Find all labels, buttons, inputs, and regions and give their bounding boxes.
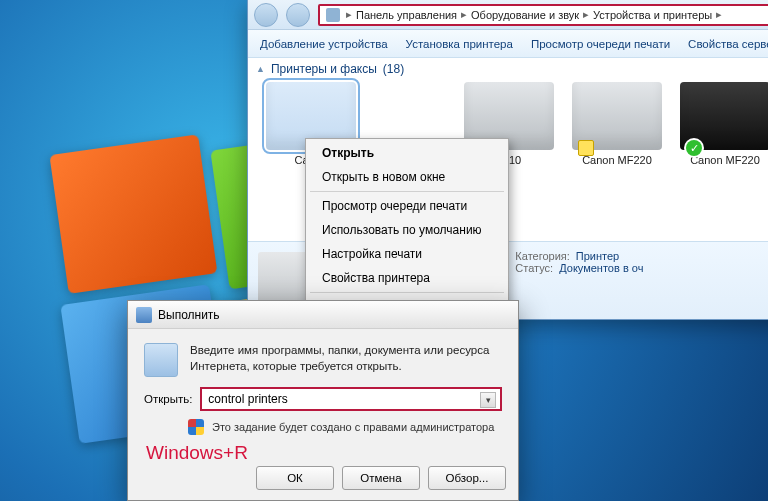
run-dialog: Выполнить Введите имя программы, папки, … <box>127 300 519 501</box>
detail-value: Принтер <box>576 250 619 262</box>
cancel-button[interactable]: Отмена <box>342 466 420 490</box>
nav-forward-button[interactable] <box>286 3 310 27</box>
annotation-hotkey: Windows+R <box>146 442 248 464</box>
browse-button[interactable]: Обзор... <box>428 466 506 490</box>
titlebar: ▸ Панель управления ▸ Оборудование и зву… <box>248 0 768 30</box>
menu-open-new-window[interactable]: Открыть в новом окне <box>306 165 508 189</box>
cmd-server-props[interactable]: Свойства сервера печат <box>688 38 768 50</box>
cmd-view-queue[interactable]: Просмотр очереди печати <box>531 38 670 50</box>
cmd-add-printer[interactable]: Установка принтера <box>406 38 513 50</box>
menu-printer-properties[interactable]: Свойства принтера <box>306 266 508 290</box>
detail-value: Документов в оч <box>559 262 643 274</box>
control-panel-icon <box>326 8 340 22</box>
run-large-icon <box>144 343 178 377</box>
default-check-icon: ✓ <box>686 140 702 156</box>
open-input[interactable]: control printers ▾ <box>200 387 502 411</box>
command-bar: Добавление устройства Установка принтера… <box>248 30 768 58</box>
expand-icon: ▲ <box>256 64 265 74</box>
uac-shield-icon <box>188 419 204 435</box>
admin-note: Это задание будет создано с правами адми… <box>212 421 494 433</box>
breadcrumb-item[interactable]: Устройства и принтеры <box>593 9 712 21</box>
menu-set-default[interactable]: Использовать по умолчанию <box>306 218 508 242</box>
warning-badge-icon <box>578 140 594 156</box>
breadcrumb-item[interactable]: Оборудование и звук <box>471 9 579 21</box>
group-count: (18) <box>383 62 404 76</box>
open-value: control printers <box>208 392 287 406</box>
breadcrumb-item[interactable]: Панель управления <box>356 9 457 21</box>
detail-key: Статус: <box>515 262 553 274</box>
printer-item[interactable]: Canon MF220 <box>572 82 662 166</box>
ok-button[interactable]: ОК <box>256 466 334 490</box>
menu-printing-prefs[interactable]: Настройка печати <box>306 242 508 266</box>
cmd-add-device[interactable]: Добавление устройства <box>260 38 388 50</box>
run-description: Введите имя программы, папки, документа … <box>190 343 502 377</box>
printer-icon: ✓ <box>680 82 768 150</box>
run-title: Выполнить <box>158 308 220 322</box>
group-title: Принтеры и факсы <box>271 62 377 76</box>
printer-item[interactable]: ✓ Canon MF220 <box>680 82 768 166</box>
nav-back-button[interactable] <box>254 3 278 27</box>
open-label: Открыть: <box>144 393 192 405</box>
breadcrumb[interactable]: ▸ Панель управления ▸ Оборудование и зву… <box>318 4 768 26</box>
run-titlebar: Выполнить <box>128 301 518 329</box>
dropdown-icon[interactable]: ▾ <box>480 392 496 408</box>
run-icon <box>136 307 152 323</box>
detail-key: Категория: <box>515 250 569 262</box>
group-header-printers[interactable]: ▲ Принтеры и факсы (18) <box>248 58 768 80</box>
menu-open[interactable]: Открыть <box>306 141 508 165</box>
printer-icon <box>572 82 662 150</box>
menu-view-queue[interactable]: Просмотр очереди печати <box>306 194 508 218</box>
